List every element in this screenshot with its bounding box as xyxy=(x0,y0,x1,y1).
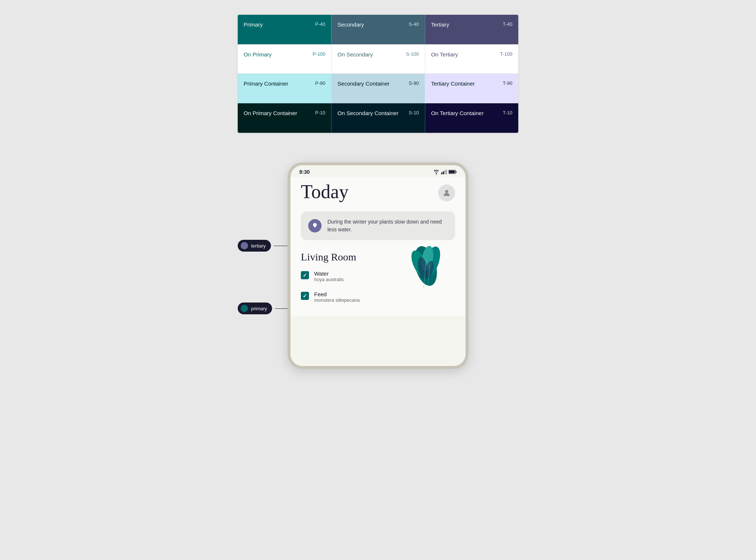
status-icons xyxy=(433,169,457,174)
color-palette-table: Primary P-40 Secondary S-40 Tertiary T-4… xyxy=(238,15,518,133)
svg-rect-6 xyxy=(449,170,455,173)
plant-svg xyxy=(403,236,448,295)
checkbox-water[interactable]: ✓ xyxy=(301,271,309,279)
color-cell-secondary: Secondary S-40 xyxy=(331,15,425,44)
primary-dot xyxy=(241,305,248,312)
page-title: Today xyxy=(301,181,348,203)
phone-mockup: 9:30 xyxy=(288,162,468,369)
phone-section: tertiary primary 9:30 xyxy=(230,155,526,376)
wifi-icon xyxy=(433,169,440,174)
signal-icon xyxy=(441,169,447,174)
phone-header: Today xyxy=(301,181,455,203)
lightbulb-icon xyxy=(311,222,319,229)
color-cell-on-secondary: On Secondary S-100 xyxy=(331,44,425,74)
tertiary-dot xyxy=(241,242,248,249)
tertiary-label-pill: tertiary xyxy=(238,240,271,252)
svg-point-7 xyxy=(445,190,448,193)
tip-text: During the winter your plants slow down … xyxy=(327,218,448,234)
color-cell-secondary-container: Secondary Container S-90 xyxy=(331,74,425,103)
svg-rect-2 xyxy=(444,170,446,174)
phone-content: Today During the winter your plants slow xyxy=(291,177,465,315)
task-info-feed: Feed monstera siltepecana xyxy=(314,291,360,303)
color-cell-on-secondary-container: On Secondary Container S-10 xyxy=(331,103,425,133)
tip-card: During the winter your plants slow down … xyxy=(301,211,455,240)
color-cell-on-primary: On Primary P-100 xyxy=(238,44,331,74)
task-list: ✓ Water hoya australis ✓ Feed monstera s… xyxy=(301,269,455,304)
color-cell-tertiary: Tertiary T-40 xyxy=(425,15,518,44)
status-time: 9:30 xyxy=(299,169,310,175)
check-icon: ✓ xyxy=(303,293,307,299)
color-cell-tertiary-container: Tertiary Container T-90 xyxy=(425,74,518,103)
primary-label-pill: primary xyxy=(238,303,272,314)
svg-rect-0 xyxy=(441,173,442,174)
color-cell-on-tertiary-container: On Tertiary Container T-10 xyxy=(425,103,518,133)
person-icon xyxy=(442,189,451,197)
svg-rect-5 xyxy=(456,171,456,173)
status-bar: 9:30 xyxy=(291,165,465,177)
check-icon: ✓ xyxy=(303,272,307,278)
plant-illustration xyxy=(403,236,448,297)
tip-icon xyxy=(308,219,322,232)
color-cell-on-primary-container: On Primary Container P-10 xyxy=(238,103,331,133)
avatar-button[interactable] xyxy=(438,184,455,201)
svg-rect-1 xyxy=(443,171,444,174)
color-cell-primary: Primary P-40 xyxy=(238,15,331,44)
color-cell-primary-container: Primary Container P-90 xyxy=(238,74,331,103)
color-cell-on-tertiary: On Tertiary T-100 xyxy=(425,44,518,74)
svg-rect-3 xyxy=(446,170,447,174)
checkbox-feed[interactable]: ✓ xyxy=(301,292,309,300)
task-info-water: Water hoya australis xyxy=(314,270,344,282)
battery-icon xyxy=(449,169,457,174)
